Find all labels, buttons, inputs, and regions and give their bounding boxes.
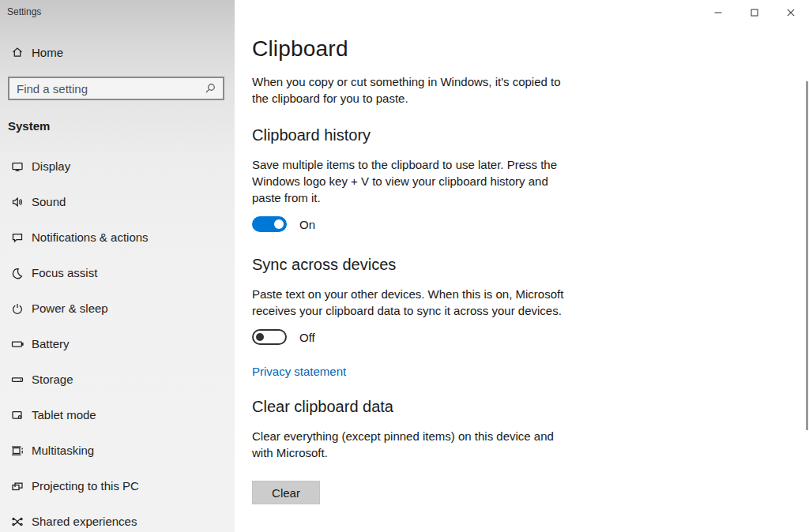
sidebar-item-projecting[interactable]: Projecting to this PC [0, 468, 235, 504]
vertical-scrollbar[interactable] [806, 81, 808, 430]
sidebar-item-display[interactable]: Display [0, 148, 235, 184]
power-sleep-icon [11, 302, 24, 315]
minimize-button[interactable] [700, 0, 736, 25]
sidebar-item-label: Tablet mode [32, 408, 96, 421]
home-icon [11, 46, 24, 58]
storage-icon [11, 373, 24, 386]
sidebar-item-shared-experiences[interactable]: Shared experiences [0, 504, 235, 532]
projecting-icon [11, 480, 24, 493]
notifications-icon [11, 231, 24, 244]
sidebar-item-label: Shared experiences [32, 515, 137, 528]
search-box [8, 77, 224, 100]
main-content: Clipboard When you copy or cut something… [235, 0, 809, 532]
section-sync-across-devices: Sync across devices Paste text on your o… [252, 256, 568, 379]
sidebar-item-tablet-mode[interactable]: Tablet mode [0, 397, 235, 433]
sidebar-item-label: Display [32, 159, 70, 173]
sidebar-item-label: Projecting to this PC [32, 479, 139, 493]
clipboard-settings-page: Clipboard When you copy or cut something… [252, 36, 568, 504]
section-body: Paste text on your other devices. When t… [252, 286, 568, 319]
page-title: Clipboard [252, 36, 568, 62]
privacy-statement-link[interactable]: Privacy statement [252, 365, 346, 378]
section-heading: Sync across devices [252, 256, 568, 274]
clipboard-history-toggle[interactable] [252, 216, 287, 232]
sidebar-item-label: Battery [32, 337, 70, 350]
battery-icon [11, 338, 24, 350]
clear-button[interactable]: Clear [252, 481, 320, 504]
close-button[interactable] [773, 0, 809, 25]
window-title: Settings [0, 0, 235, 17]
sound-icon [11, 196, 24, 208]
display-icon [11, 160, 24, 173]
close-icon [787, 9, 795, 17]
sync-toggle-row: Off [252, 329, 568, 345]
shared-experiences-icon [11, 515, 24, 528]
clipboard-history-toggle-row: On [252, 216, 568, 232]
section-body: Clear everything (except pinned items) o… [252, 428, 568, 461]
window-controls [700, 0, 809, 25]
maximize-button[interactable] [736, 0, 773, 25]
sidebar-item-storage[interactable]: Storage [0, 362, 235, 397]
focus-assist-icon [11, 267, 24, 279]
search-icon[interactable] [201, 83, 223, 94]
sidebar-item-label: Focus assist [32, 266, 97, 279]
page-intro: When you copy or cut something in Window… [252, 73, 568, 107]
sidebar-item-multitasking[interactable]: Multitasking [0, 433, 235, 468]
sidebar-item-focus-assist[interactable]: Focus assist [0, 255, 235, 290]
tablet-mode-icon [11, 409, 24, 421]
sidebar-item-battery[interactable]: Battery [0, 326, 235, 362]
search-input[interactable] [9, 82, 201, 96]
section-body: Save multiple items to the clipboard to … [252, 156, 568, 206]
sidebar-item-label: Storage [32, 373, 73, 386]
toggle-state-label: On [299, 218, 315, 231]
section-clipboard-history: Clipboard history Save multiple items to… [252, 126, 568, 232]
multitasking-icon [11, 444, 24, 457]
toggle-knob [256, 333, 264, 341]
sidebar-section-header: System [8, 119, 235, 133]
maximize-icon [751, 9, 758, 17]
sidebar-item-label: Sound [32, 195, 66, 208]
sidebar-item-label: Notifications & actions [32, 230, 149, 244]
sidebar-nav: Display Sound Notifications & actions Fo… [0, 148, 235, 532]
toggle-knob [274, 219, 284, 229]
sidebar-item-label: Power & sleep [32, 302, 108, 315]
settings-sidebar: Settings Home System Display [0, 0, 235, 532]
section-heading: Clipboard history [252, 126, 568, 144]
section-clear-clipboard-data: Clear clipboard data Clear everything (e… [252, 398, 568, 504]
sidebar-item-label: Multitasking [32, 444, 94, 457]
sidebar-item-power-sleep[interactable]: Power & sleep [0, 290, 235, 326]
sync-toggle[interactable] [252, 329, 287, 345]
section-heading: Clear clipboard data [252, 398, 568, 416]
sidebar-item-label: Home [32, 46, 63, 59]
sidebar-item-notifications[interactable]: Notifications & actions [0, 219, 235, 255]
sidebar-item-home[interactable]: Home [0, 38, 235, 66]
minimize-icon [714, 9, 722, 17]
toggle-state-label: Off [299, 331, 315, 344]
sidebar-item-sound[interactable]: Sound [0, 184, 235, 219]
